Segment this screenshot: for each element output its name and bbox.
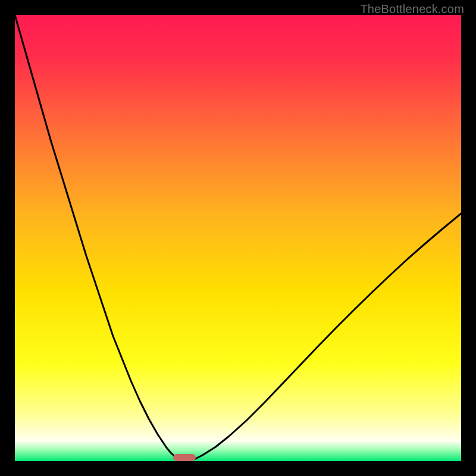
watermark-text: TheBottleneck.com — [360, 2, 464, 16]
optimal-marker — [173, 454, 196, 461]
plot-area — [15, 15, 461, 461]
chart-frame: TheBottleneck.com — [0, 0, 476, 476]
bottleneck-curve — [15, 15, 461, 461]
